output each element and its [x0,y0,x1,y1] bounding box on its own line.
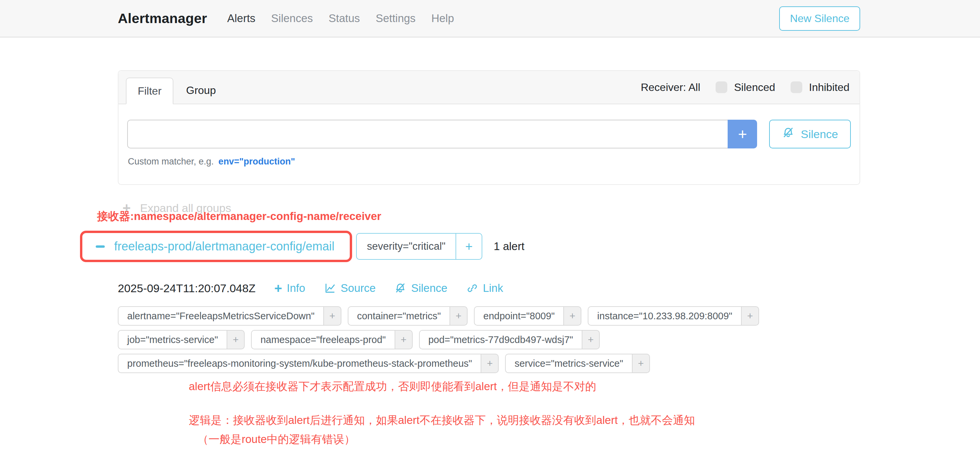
alert-label-chip[interactable]: endpoint="8009" + [474,306,581,326]
group-matcher-add-button[interactable]: + [455,234,482,259]
alert-labels-row: job="metrics-service" + namespace="freel… [118,330,860,349]
alert-count: 1 alert [494,240,525,253]
bell-slash-icon [394,282,406,294]
nav-links: Alerts Silences Status Settings Help [227,12,454,25]
matcher-input-group: + Silence [127,120,851,149]
alert-info-label: Info [287,282,305,295]
annotation-logic-note-line1: 逻辑是：接收器收到alert后进行通知，如果alert不在接收器下，说明接收器没… [189,413,860,428]
silence-filter-button-label: Silence [800,128,838,141]
alert-label-chip[interactable]: alertname="FreeleapsMetricsServiceDown" … [118,306,341,326]
add-label-filter-button[interactable]: + [741,306,759,326]
top-navbar: Alertmanager Alerts Silences Status Sett… [0,0,980,38]
group-matcher-chip[interactable]: severity="critical" + [356,233,482,260]
nav-item-alerts[interactable]: Alerts [227,12,255,25]
alert-silence-label: Silence [411,282,447,295]
alert-label-text: container="metrics" [348,306,450,326]
matcher-hint-example-link[interactable]: env="production" [218,157,295,167]
alert-group-header: freeleaps-prod/alertmanager-config/email… [118,231,860,262]
minus-icon [96,246,105,248]
main-content: Filter Group Receiver: All Silenced Inhi… [118,70,860,447]
bell-slash-icon [782,127,795,142]
new-silence-button[interactable]: New Silence [779,6,860,31]
alert-meta-row: 2025-09-24T11:20:07.048Z + Info Source [118,282,860,295]
add-label-filter-button[interactable]: + [395,330,413,349]
alert-label-text: prometheus="freeleaps-monitoring-system/… [118,354,480,373]
nav-item-status[interactable]: Status [329,12,360,25]
add-matcher-button[interactable]: + [728,120,757,149]
filter-header-controls: Receiver: All Silenced Inhibited [641,81,850,93]
plus-icon: + [274,282,282,295]
alert-info-button[interactable]: + Info [274,282,305,295]
alert-labels-row: alertname="FreeleapsMetricsServiceDown" … [118,306,860,326]
nav-item-settings[interactable]: Settings [375,12,415,25]
silenced-checkbox-label: Silenced [734,81,775,93]
alert-permalink[interactable]: Link [466,282,503,295]
annotation-logic-note-line2: （一般是route中的逻辑有错误） [197,432,860,447]
silence-filter-button[interactable]: Silence [769,120,851,149]
annotation-alert-note: alert信息必须在接收器下才表示配置成功，否则即使能看到alert，但是通知是… [189,379,860,394]
add-label-filter-button[interactable]: + [323,306,341,326]
add-label-filter-button[interactable]: + [227,330,245,349]
filter-card-body: + Silence Custom matcher, e.g. env="prod… [118,104,859,184]
alert-label-chip[interactable]: container="metrics" + [348,306,468,326]
silenced-checkbox-item[interactable]: Silenced [716,81,775,93]
silenced-checkbox[interactable] [716,82,727,93]
inhibited-checkbox-item[interactable]: Inhibited [791,81,850,93]
alert-label-text: endpoint="8009" [474,306,563,326]
alert-permalink-label: Link [483,282,503,295]
filter-card-header: Filter Group Receiver: All Silenced Inhi… [118,71,859,104]
link-icon [466,282,478,294]
matcher-hint-text: Custom matcher, e.g. [128,157,214,167]
alert-label-text: namespace="freeleaps-prod" [251,330,394,349]
alert-label-chip[interactable]: service="metrics-service" + [505,354,650,373]
alert-label-chip[interactable]: prometheus="freeleaps-monitoring-system/… [118,354,499,373]
alert-labels-row: prometheus="freeleaps-monitoring-system/… [118,354,860,373]
add-label-filter-button[interactable]: + [632,354,650,373]
nav-item-help[interactable]: Help [431,12,454,25]
alert-label-text: alertname="FreeleapsMetricsServiceDown" [118,306,323,326]
tab-filter[interactable]: Filter [126,78,173,104]
group-matcher-label: severity="critical" [357,234,455,259]
alert-label-text: pod="metrics-77d9cdb497-wdsj7" [419,330,582,349]
filter-card: Filter Group Receiver: All Silenced Inhi… [118,70,860,185]
matcher-input[interactable] [127,120,728,149]
receiver-group-label: freeleaps-prod/alertmanager-config/email [114,239,334,254]
add-label-filter-button[interactable]: + [480,354,499,373]
annotation-receiver-note: 接收器:namespace/altermanager-config-name/r… [97,209,860,224]
inhibited-checkbox-label: Inhibited [809,81,850,93]
receiver-filter-dropdown[interactable]: Receiver: All [641,81,700,93]
add-label-filter-button[interactable]: + [563,306,581,326]
receiver-group-button[interactable]: freeleaps-prod/alertmanager-config/email [80,231,352,262]
alert-timestamp: 2025-09-24T11:20:07.048Z [118,282,255,295]
inhibited-checkbox[interactable] [791,82,802,93]
alert-label-chip[interactable]: namespace="freeleaps-prod" + [251,330,412,349]
tab-group[interactable]: Group [173,77,229,104]
alert-silence-button[interactable]: Silence [394,282,447,295]
alert-label-text: job="metrics-service" [118,330,227,349]
alert-source-link[interactable]: Source [324,282,376,295]
alert-source-label: Source [341,282,376,295]
alert-label-text: service="metrics-service" [505,354,632,373]
add-label-filter-button[interactable]: + [582,330,600,349]
add-label-filter-button[interactable]: + [450,306,468,326]
alert-label-chip[interactable]: instance="10.233.98.209:8009" + [588,306,759,326]
alert-label-chip[interactable]: job="metrics-service" + [118,330,245,349]
matcher-hint-row: Custom matcher, e.g. env="production" [127,157,851,167]
alert-label-text: instance="10.233.98.209:8009" [588,306,741,326]
chart-icon [324,282,336,294]
alert-label-chip[interactable]: pod="metrics-77d9cdb497-wdsj7" + [419,330,600,349]
alert-labels: alertname="FreeleapsMetricsServiceDown" … [118,306,860,373]
app-brand[interactable]: Alertmanager [118,11,207,26]
nav-item-silences[interactable]: Silences [271,12,313,25]
